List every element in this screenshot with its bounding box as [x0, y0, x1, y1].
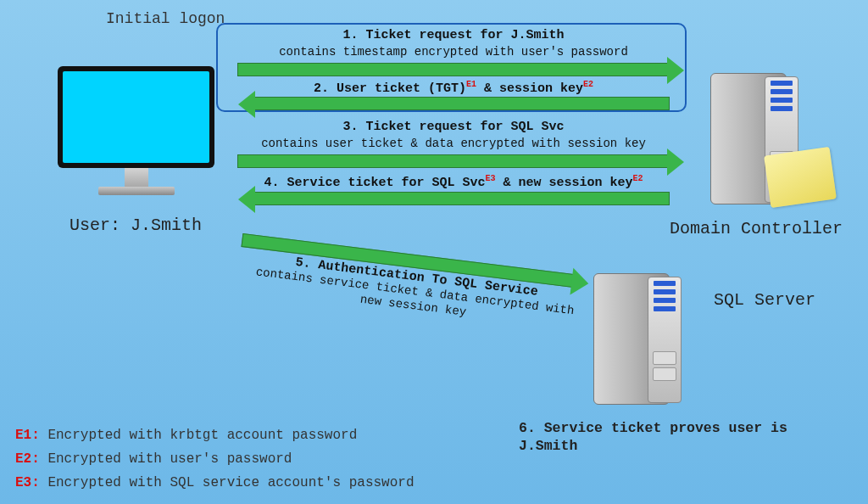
legend-e2: E2: Encrypted with user's password: [15, 451, 292, 467]
arrow-step-5: 5. Authentication To SQL Service contain…: [235, 233, 593, 344]
user-computer-icon: [58, 66, 214, 210]
step-4-text: 4. Service ticket for SQL SvcE3 & new se…: [225, 173, 682, 192]
arrow-step-2: [253, 97, 670, 110]
step-2-text: 2. User ticket (TGT)E1 & session keyE2: [225, 79, 682, 98]
step-3-text: 3. Ticket request for SQL Svc contains u…: [225, 119, 682, 152]
arrow-step-1: [237, 63, 670, 76]
sticky-note-icon: [764, 147, 837, 208]
step-6-text: 6. Service ticket proves user is J.Smith: [519, 419, 798, 456]
arrow-step-3: [237, 154, 670, 168]
arrow-step-4: [253, 192, 670, 205]
domain-controller-label: Domain Controller: [670, 219, 843, 238]
legend-e3: E3: Encrypted with SQL service account's…: [15, 475, 414, 490]
sql-server-label: SQL Server: [714, 290, 815, 310]
sql-server-icon: [593, 273, 687, 409]
step-1-text: 1. Ticket request for J.Smith contains t…: [225, 27, 682, 60]
initial-logon-label: Initial logon: [106, 10, 225, 27]
user-label: User: J.Smith: [70, 216, 202, 235]
legend-e1: E1: Encrypted with krbtgt account passwo…: [15, 428, 357, 443]
